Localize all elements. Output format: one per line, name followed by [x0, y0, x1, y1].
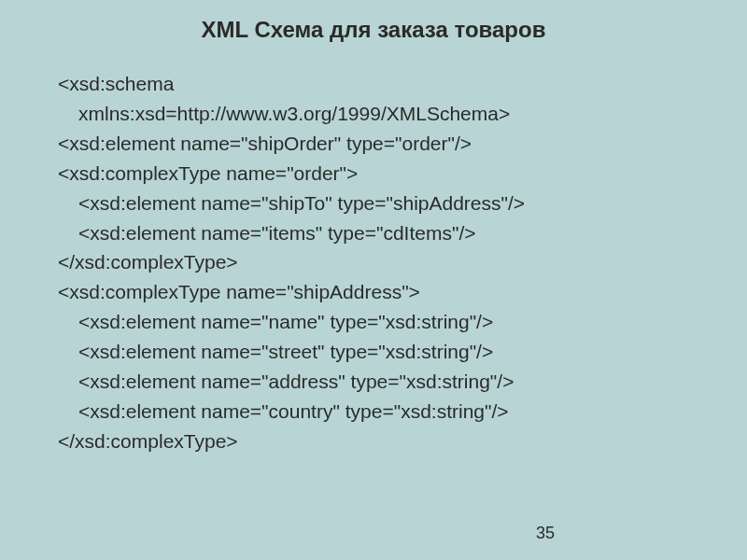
code-line: <xsd:element name="street" type="xsd:str…: [58, 337, 710, 367]
code-line: <xsd:element name="shipTo" type="shipAdd…: [58, 189, 710, 218]
code-line: </xsd:complexType>: [58, 427, 710, 456]
code-line: xmlns:xsd=http://www.w3.org/1999/XMLSche…: [58, 99, 710, 129]
code-line: <xsd:schema: [58, 69, 710, 99]
code-line: </xsd:complexType>: [58, 247, 710, 277]
code-line: <xsd:element name="shipOrder" type="orde…: [58, 129, 710, 159]
slide-title: XML Схема для заказа товаров: [0, 0, 747, 69]
code-line: <xsd:complexType name="shipAddress">: [58, 277, 710, 307]
code-line: <xsd:complexType name="order">: [58, 159, 710, 189]
code-line: <xsd:element name="items" type="cdItems"…: [58, 218, 710, 248]
code-line: <xsd:element name="address" type="xsd:st…: [58, 367, 710, 397]
code-line: <xsd:element name="country" type="xsd:st…: [58, 397, 710, 427]
page-number: 35: [536, 524, 555, 543]
code-content: <xsd:schema xmlns:xsd=http://www.w3.org/…: [0, 69, 747, 456]
code-line: <xsd:element name="name" type="xsd:strin…: [58, 307, 710, 337]
